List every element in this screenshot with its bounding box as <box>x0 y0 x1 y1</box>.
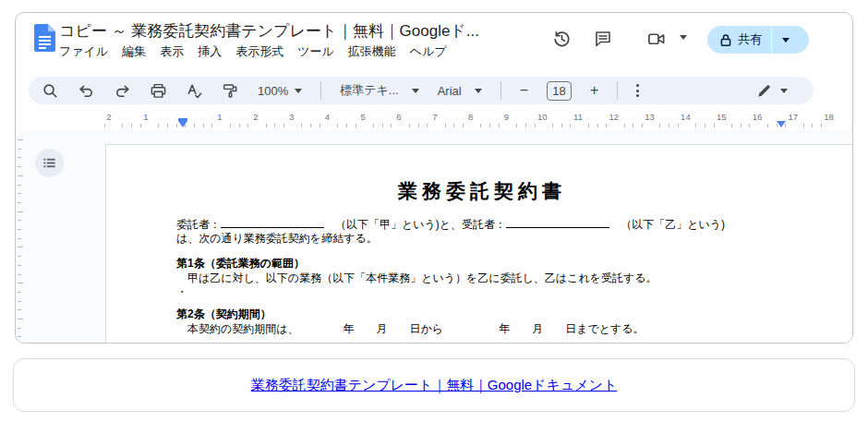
ruler-tick <box>122 124 123 127</box>
comment-icon <box>594 30 612 48</box>
share-divider <box>771 26 772 54</box>
ruler-tick <box>104 124 105 127</box>
menu-item-4[interactable]: 挿入 <box>198 43 222 60</box>
ruler-tick <box>624 124 625 127</box>
editing-mode-select[interactable] <box>756 83 801 99</box>
ruler-tick <box>274 124 275 127</box>
ruler-tick <box>18 301 21 302</box>
google-docs-logo-icon[interactable] <box>34 24 55 52</box>
ruler-tick <box>427 124 428 127</box>
source-link[interactable]: 業務委託契約書テンプレート｜無料｜Googleドキュメント <box>251 377 618 394</box>
ruler-number: 17 <box>789 112 799 122</box>
ruler-tick <box>18 274 21 275</box>
ruler-tick <box>18 139 23 140</box>
ruler-tick <box>18 166 21 167</box>
zoom-select[interactable]: 100% <box>258 84 302 98</box>
ruler-tick <box>418 124 419 127</box>
ruler-tick <box>588 124 589 127</box>
ruler-tick <box>678 124 679 127</box>
meet-dropdown-caret-icon[interactable] <box>680 35 687 40</box>
ruler-tick <box>516 124 517 127</box>
doc-section1-bullet: ・ <box>176 285 853 299</box>
search-button[interactable] <box>42 82 59 100</box>
ruler-tick <box>821 124 822 127</box>
menu-item-7[interactable]: 拡張機能 <box>348 43 396 60</box>
increase-font-size-button[interactable]: + <box>590 82 598 99</box>
undo-button[interactable] <box>78 82 95 100</box>
fill-in-blank <box>506 218 609 228</box>
doc-intro-line2: は、次の通り業務委託契約を締結する。 <box>176 232 853 246</box>
ruler-tick <box>18 247 23 247</box>
print-icon <box>150 82 167 100</box>
horizontal-ruler[interactable]: 21123456789101112131415161718 <box>16 110 852 130</box>
version-history-button[interactable] <box>549 27 573 51</box>
outline-list-icon <box>42 155 57 171</box>
ruler-tick <box>18 328 21 329</box>
paint-format-button[interactable] <box>222 82 239 100</box>
ruler-tick <box>310 124 311 127</box>
print-button[interactable] <box>150 82 167 100</box>
pencil-icon <box>756 83 772 99</box>
menu-item-2[interactable]: 編集 <box>122 43 146 60</box>
share-button[interactable]: 共有 <box>707 26 771 54</box>
ruler-number: 18 <box>824 112 834 122</box>
ruler-tick <box>18 336 21 337</box>
ruler-tick <box>266 124 267 127</box>
menu-item-8[interactable]: ヘルプ <box>410 43 447 60</box>
ruler-tick <box>131 124 132 127</box>
paragraph-style-value: 標準テキ... <box>340 82 398 99</box>
show-outline-button[interactable] <box>35 149 64 177</box>
font-select[interactable]: Arial <box>438 84 482 98</box>
ruler-tick <box>337 124 338 127</box>
decrease-font-size-button[interactable]: − <box>520 82 528 99</box>
ruler-number: 4 <box>325 112 330 122</box>
ruler-tick <box>283 124 284 127</box>
ruler-number: 15 <box>717 112 727 122</box>
ruler-number: 1 <box>143 112 148 122</box>
ruler-tick <box>18 157 21 158</box>
ruler-tick <box>18 185 21 186</box>
ruler-number: 5 <box>361 112 366 122</box>
ruler-number: 2 <box>253 112 258 122</box>
spellcheck-button[interactable] <box>186 82 203 100</box>
ruler-tick <box>463 124 464 127</box>
font-caret-icon <box>475 89 482 93</box>
ruler-tick <box>167 124 168 127</box>
meet-call-button[interactable] <box>645 27 669 51</box>
menu-item-3[interactable]: 表示 <box>160 43 184 60</box>
share-dropdown-button[interactable] <box>772 38 800 42</box>
font-size-input[interactable]: 18 <box>547 81 572 101</box>
more-options-button[interactable] <box>636 84 639 97</box>
share-dropdown-caret-icon <box>782 38 790 42</box>
doc-section2-heading: 第2条（契約期間） <box>176 307 853 321</box>
paragraph-style-select[interactable]: 標準テキ... <box>340 82 418 99</box>
menu-item-6[interactable]: ツール <box>297 43 334 60</box>
menu-item-5[interactable]: 表示形式 <box>235 43 283 60</box>
ruler-number: 9 <box>504 112 509 122</box>
document-page[interactable]: 業務委託契約書 委託者： （以下「甲」という)と、受託者： （以下「乙」という)… <box>105 144 853 344</box>
ruler-number: 3 <box>289 112 294 122</box>
ruler-tick <box>18 220 21 221</box>
ruler-tick <box>445 124 446 127</box>
ruler-tick <box>176 124 177 127</box>
ruler-tick <box>570 124 571 127</box>
comments-button[interactable] <box>591 27 615 51</box>
document-title[interactable]: コピー ～ 業務委託契約書テンプレート｜無料｜Googleド... <box>59 20 479 42</box>
fill-in-blank <box>221 218 324 228</box>
ruler-number: 6 <box>396 112 401 122</box>
ruler-tick <box>669 124 669 127</box>
ruler-number: 2 <box>106 112 111 122</box>
ruler-tick <box>803 124 804 127</box>
ruler-tick <box>319 124 320 127</box>
video-camera-icon <box>647 30 667 49</box>
doc-section2-body: 本契約の契約期間は、 年 月 日から 年 月 日までとする。 <box>176 322 853 336</box>
left-indent-marker[interactable] <box>178 121 187 127</box>
ruler-tick <box>247 124 248 127</box>
doc-text: （以下「甲」という)と、受託者： <box>324 218 506 231</box>
zoom-caret-icon <box>295 89 302 93</box>
vertical-ruler[interactable] <box>16 134 26 344</box>
menu-item-1[interactable]: ファイル <box>59 43 108 60</box>
redo-button[interactable] <box>114 82 131 100</box>
toolbar: 100% 標準テキ... Arial − 18 + <box>29 77 814 104</box>
doc-intro-line1: 委託者： （以下「甲」という)と、受託者： （以下「乙」という) <box>176 218 853 232</box>
